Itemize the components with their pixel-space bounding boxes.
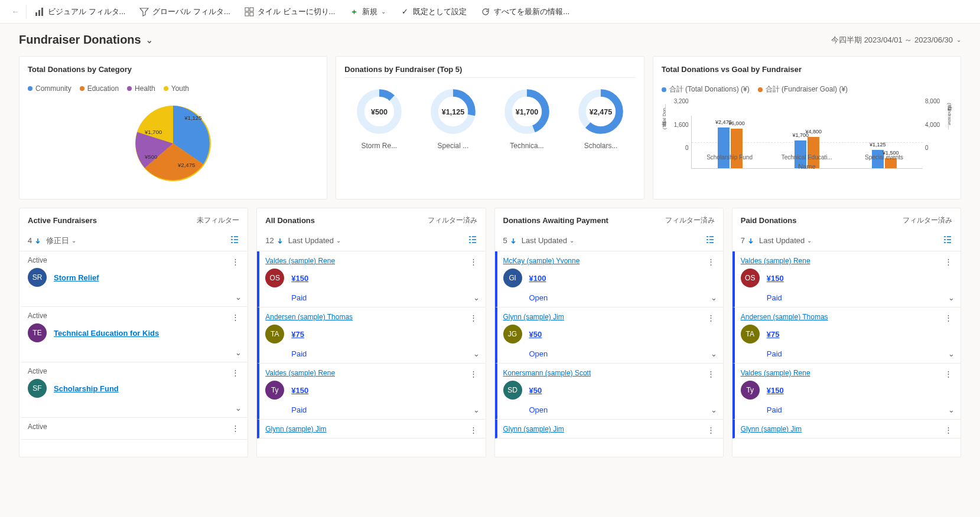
amount-link[interactable]: ¥150	[767, 386, 784, 395]
list-view-icon[interactable]	[468, 235, 477, 246]
item-more-icon[interactable]: ⋮	[704, 256, 718, 267]
pie-chart[interactable]: ¥1,125 ¥2,475 ¥500 ¥1,700	[28, 96, 318, 191]
item-more-icon[interactable]: ⋮	[228, 312, 243, 323]
result-count[interactable]: 4	[28, 236, 41, 245]
back-button[interactable]: ←	[5, 5, 27, 19]
item-more-icon[interactable]: ⋮	[941, 312, 956, 323]
item-more-icon[interactable]: ⋮	[704, 424, 718, 436]
donor-name-link[interactable]: Glynn (sample) Jim	[741, 425, 802, 433]
list-body[interactable]: McKay (sample) Yvonne ⋮ Gl ¥100 Open⌄ Gl…	[495, 251, 723, 457]
chevron-down-icon[interactable]: ⌄	[473, 293, 480, 302]
list-view-icon[interactable]	[943, 235, 952, 246]
list-item[interactable]: Valdes (sample) Rene ⋮ OS ¥150 Paid⌄	[732, 251, 961, 307]
sort-field[interactable]: Last Updated ⌄	[288, 236, 341, 245]
amount-link[interactable]: ¥50	[529, 386, 542, 395]
donut-item[interactable]: ¥500 Storm Re...	[353, 85, 406, 150]
item-link[interactable]: Technical Education for Kids	[54, 329, 159, 338]
bar-chart[interactable]: 合計 (Total Don... 3,2001,6000 ¥2,475 ¥6,0…	[662, 98, 952, 169]
list-item[interactable]: Active ⋮ SF Scholarship Fund ⌄	[19, 362, 248, 418]
result-count[interactable]: 5	[503, 236, 517, 245]
list-item[interactable]: Andersen (sample) Thomas ⋮ TA ¥75 Paid⌄	[732, 307, 961, 364]
item-more-icon[interactable]: ⋮	[466, 424, 481, 436]
item-more-icon[interactable]: ⋮	[466, 312, 481, 323]
result-count[interactable]: 7	[741, 236, 754, 245]
chevron-down-icon[interactable]: ⌄	[235, 348, 242, 357]
donor-name-link[interactable]: Glynn (sample) Jim	[265, 425, 326, 433]
amount-link[interactable]: ¥150	[291, 274, 308, 283]
amount-link[interactable]: ¥150	[767, 274, 784, 283]
list-item[interactable]: Active ⋮ TE Technical Education for Kids…	[19, 307, 248, 362]
item-more-icon[interactable]: ⋮	[228, 423, 243, 434]
list-item[interactable]: Valdes (sample) Rene ⋮ OS ¥150 Paid⌄	[257, 251, 485, 307]
list-item[interactable]: Active ⋮	[19, 418, 248, 440]
list-item[interactable]: Glynn (sample) Jim ⋮	[732, 420, 961, 439]
legend-item[interactable]: Education	[80, 84, 119, 93]
new-button[interactable]: ＋新規 ⌄	[343, 3, 392, 21]
legend-item[interactable]: Community	[28, 84, 71, 93]
list-body[interactable]: Active ⋮ SR Storm Relief ⌄ Active ⋮ TE T…	[19, 251, 248, 457]
tile-view-button[interactable]: タイル ビューに切り...	[239, 3, 341, 21]
visual-filter-button[interactable]: ビジュアル フィルタ...	[29, 3, 131, 21]
item-more-icon[interactable]: ⋮	[704, 368, 718, 379]
legend-item[interactable]: Youth	[164, 84, 189, 93]
list-body[interactable]: Valdes (sample) Rene ⋮ OS ¥150 Paid⌄ And…	[257, 251, 485, 457]
chevron-down-icon[interactable]: ⌄	[473, 405, 480, 414]
chevron-down-icon[interactable]: ⌄	[711, 349, 717, 358]
chevron-down-icon[interactable]: ⌄	[711, 293, 717, 302]
list-item[interactable]: Glynn (sample) Jim ⋮	[257, 420, 485, 439]
amount-link[interactable]: ¥100	[529, 274, 546, 283]
list-item[interactable]: Active ⋮ SR Storm Relief ⌄	[19, 251, 248, 307]
donut-item[interactable]: ¥1,125 Special ...	[426, 85, 480, 150]
chevron-down-icon[interactable]: ⌄	[235, 293, 242, 302]
donor-name-link[interactable]: Andersen (sample) Thomas	[741, 313, 828, 321]
donor-name-link[interactable]: Andersen (sample) Thomas	[265, 313, 353, 321]
set-default-button[interactable]: ✓既定として設定	[394, 3, 473, 21]
amount-link[interactable]: ¥150	[291, 386, 308, 395]
result-count[interactable]: 12	[265, 236, 283, 245]
sort-field[interactable]: Last Updated ⌄	[522, 236, 574, 245]
chevron-down-icon[interactable]: ⌄	[473, 349, 480, 358]
chevron-down-icon[interactable]: ⌄	[711, 405, 717, 414]
legend-item[interactable]: 合計 (Fundraiser Goal) (¥)	[758, 84, 848, 94]
item-more-icon[interactable]: ⋮	[466, 368, 481, 379]
amount-link[interactable]: ¥50	[529, 330, 542, 339]
donor-name-link[interactable]: Valdes (sample) Rene	[741, 369, 810, 377]
item-more-icon[interactable]: ⋮	[228, 367, 243, 378]
page-title-dropdown[interactable]: Fundraiser Donations⌄	[19, 33, 153, 47]
list-item[interactable]: Glynn (sample) Jim ⋮	[495, 420, 723, 439]
amount-link[interactable]: ¥75	[767, 330, 780, 339]
list-view-icon[interactable]	[230, 235, 239, 246]
list-item[interactable]: Konersmann (sample) Scott ⋮ SD ¥50 Open⌄	[495, 364, 723, 420]
amount-link[interactable]: ¥75	[291, 330, 304, 339]
item-more-icon[interactable]: ⋮	[941, 368, 956, 379]
refresh-button[interactable]: すべてを最新の情報...	[475, 3, 575, 21]
sort-field[interactable]: 修正日 ⌄	[46, 235, 76, 246]
donor-name-link[interactable]: Valdes (sample) Rene	[741, 257, 810, 265]
legend-item[interactable]: 合計 (Total Donations) (¥)	[662, 84, 750, 94]
global-filter-button[interactable]: グローバル フィルタ...	[134, 3, 236, 21]
list-body[interactable]: Valdes (sample) Rene ⋮ OS ¥150 Paid⌄ And…	[732, 251, 961, 457]
chevron-down-icon[interactable]: ⌄	[948, 349, 955, 358]
item-link[interactable]: Scholarship Fund	[54, 384, 119, 393]
chevron-down-icon[interactable]: ⌄	[235, 404, 242, 413]
donor-name-link[interactable]: Glynn (sample) Jim	[503, 425, 564, 433]
item-more-icon[interactable]: ⋮	[228, 256, 243, 267]
list-item[interactable]: McKay (sample) Yvonne ⋮ Gl ¥100 Open⌄	[495, 251, 723, 307]
donor-name-link[interactable]: Glynn (sample) Jim	[503, 313, 564, 321]
list-item[interactable]: Valdes (sample) Rene ⋮ Ty ¥150 Paid⌄	[257, 364, 485, 420]
chevron-down-icon[interactable]: ⌄	[948, 405, 955, 414]
item-more-icon[interactable]: ⋮	[941, 424, 956, 436]
item-link[interactable]: Storm Relief	[54, 273, 99, 282]
donor-name-link[interactable]: Valdes (sample) Rene	[265, 257, 335, 265]
list-item[interactable]: Valdes (sample) Rene ⋮ Ty ¥150 Paid⌄	[732, 364, 961, 420]
donor-name-link[interactable]: McKay (sample) Yvonne	[503, 257, 580, 265]
donut-item[interactable]: ¥2,475 Scholars...	[574, 85, 627, 150]
item-more-icon[interactable]: ⋮	[466, 256, 481, 267]
list-item[interactable]: Glynn (sample) Jim ⋮ JG ¥50 Open⌄	[495, 307, 723, 364]
item-more-icon[interactable]: ⋮	[704, 312, 718, 323]
donor-name-link[interactable]: Konersmann (sample) Scott	[503, 369, 591, 377]
legend-item[interactable]: Health	[127, 84, 155, 93]
date-range-selector[interactable]: 今四半期 2023/04/01 ～ 2023/06/30⌄	[831, 35, 961, 45]
list-item[interactable]: Andersen (sample) Thomas ⋮ TA ¥75 Paid⌄	[257, 307, 485, 364]
chevron-down-icon[interactable]: ⌄	[948, 293, 955, 302]
